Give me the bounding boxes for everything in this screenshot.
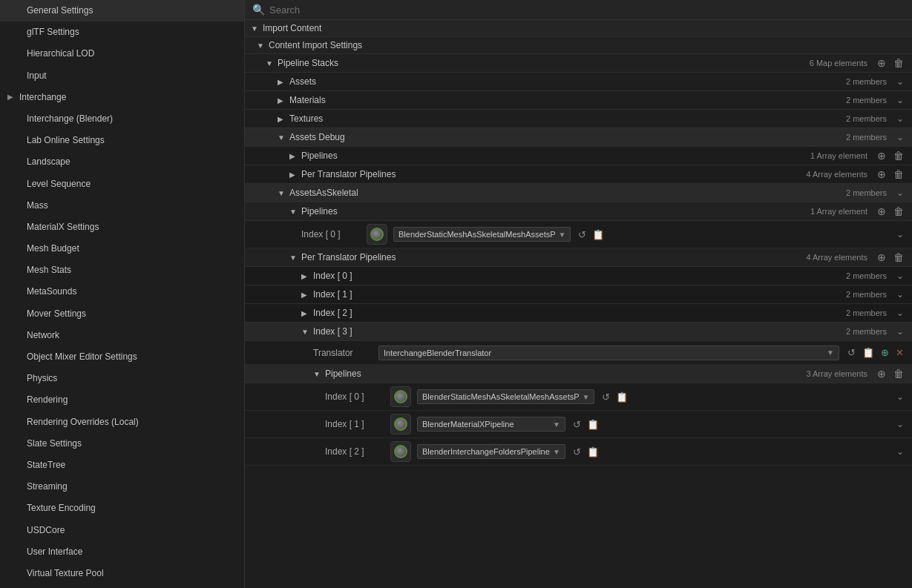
pipelines-3-header[interactable]: ▼ Pipelines 3 Array elements ⊕ 🗑 xyxy=(245,365,912,383)
expand-p3-1-button[interactable]: ⌄ xyxy=(894,418,906,430)
add-per-translator-2-button[interactable]: ⊕ xyxy=(875,251,888,263)
idx0-header[interactable]: ▶ Index [ 0 ] 2 members ⌄ xyxy=(245,267,912,285)
translator-add-button[interactable]: ⊕ xyxy=(879,346,891,360)
sidebar-item-object-mixer[interactable]: Object Mixer Editor Settings xyxy=(0,346,244,368)
sidebar-item-interchange-blender[interactable]: Interchange (Blender) xyxy=(0,108,244,130)
idx0-label: Index [ 0 ] xyxy=(313,271,843,281)
sidebar-item-physics[interactable]: Physics xyxy=(0,368,244,389)
pipeline-dropdown-0[interactable]: BlenderStaticMeshAsSkeletalMeshAssetsP ▼ xyxy=(393,227,571,242)
delete-pipeline-1-button[interactable]: 🗑 xyxy=(891,150,906,162)
idx3-expand-button[interactable]: ⌄ xyxy=(894,326,906,337)
add-per-translator-1-button[interactable]: ⊕ xyxy=(875,168,888,180)
pipeline-stacks-header[interactable]: ▼ Pipeline Stacks 6 Map elements ⊕ 🗑 xyxy=(245,54,912,73)
pipelines-2-header[interactable]: ▼ Pipelines 1 Array element ⊕ 🗑 xyxy=(245,202,912,221)
delete-per-translator-1-button[interactable]: 🗑 xyxy=(891,168,906,180)
sidebar-item-slate-settings[interactable]: Slate Settings xyxy=(0,433,244,455)
idx1-meta: 2 members xyxy=(846,290,887,299)
translator-reset-button[interactable]: ↺ xyxy=(845,346,858,360)
pipeline-dropdown-p3-2[interactable]: BlenderInterchangeFoldersPipeline ▼ xyxy=(417,444,565,459)
delete-pipelines-2-button[interactable]: 🗑 xyxy=(891,205,906,217)
assets-header[interactable]: ▶ Assets 2 members ⌄ xyxy=(245,73,912,91)
assets-expand-button[interactable]: ⌄ xyxy=(894,76,906,87)
add-pipelines-2-button[interactable]: ⊕ xyxy=(875,205,888,217)
delete-pipeline-stack-button[interactable]: 🗑 xyxy=(891,57,906,69)
sidebar-item-rendering-overrides[interactable]: Rendering Overrides (Local) xyxy=(0,412,244,433)
content-import-settings-header[interactable]: ▼ Content Import Settings xyxy=(245,37,912,54)
pipeline-stacks-label: Pipeline Stacks xyxy=(278,58,807,68)
import-content-header[interactable]: ▼ Import Content xyxy=(245,20,912,37)
copy-button-p3-2[interactable]: 📋 xyxy=(585,446,600,458)
add-pipeline-stack-button[interactable]: ⊕ xyxy=(875,57,888,69)
reset-button-p3-2[interactable]: ↺ xyxy=(571,446,583,458)
sidebar-item-network[interactable]: Network xyxy=(0,325,244,346)
sidebar-label: Lab Online Settings xyxy=(27,133,105,148)
textures-expand-button[interactable]: ⌄ xyxy=(894,113,906,125)
translator-remove-button[interactable]: ✕ xyxy=(893,346,906,360)
sidebar-item-world-partition[interactable]: World Partition xyxy=(0,584,244,588)
expand-pipeline-0-button[interactable]: ⌄ xyxy=(894,228,906,240)
add-pipeline-1-button[interactable]: ⊕ xyxy=(875,150,888,162)
delete-per-translator-2-button[interactable]: 🗑 xyxy=(891,251,906,263)
pipeline-index0-item: Index [ 0 ] BlenderStaticMeshAsSkeletalM… xyxy=(245,221,912,248)
sidebar-item-hierarchical-lod[interactable]: Hierarchical LOD xyxy=(0,43,244,65)
copy-button-0[interactable]: 📋 xyxy=(591,228,606,241)
reset-button-0[interactable]: ↺ xyxy=(577,228,588,241)
pipelines-1-actions: ⊕ 🗑 xyxy=(875,150,906,162)
assets-debug-expand-button[interactable]: ⌄ xyxy=(894,131,906,143)
expand-p3-2-button[interactable]: ⌄ xyxy=(894,446,906,457)
reset-button-p3-0[interactable]: ↺ xyxy=(600,391,611,403)
sidebar-item-gltf-settings[interactable]: glTF Settings xyxy=(0,22,244,43)
sidebar-item-materialx-settings[interactable]: MaterialX Settings xyxy=(0,217,244,238)
sidebar-label: Physics xyxy=(27,371,57,386)
sidebar-item-virtual-texture-pool[interactable]: Virtual Texture Pool xyxy=(0,563,244,584)
arrow-down-icon: ▼ xyxy=(278,133,286,142)
search-bar: 🔍 xyxy=(245,0,912,20)
pipeline-dropdown-p3-0[interactable]: BlenderStaticMeshAsSkeletalMeshAssetsP ▼ xyxy=(417,389,594,404)
sidebar-item-general-settings[interactable]: General Settings xyxy=(0,0,244,22)
translator-dropdown[interactable]: InterchangeBlenderTranslator ▼ xyxy=(378,346,839,360)
idx1-header[interactable]: ▶ Index [ 1 ] 2 members ⌄ xyxy=(245,285,912,304)
assets-debug-header[interactable]: ▼ Assets Debug 2 members ⌄ xyxy=(245,128,912,147)
copy-button-p3-1[interactable]: 📋 xyxy=(585,418,600,431)
idx1-expand-button[interactable]: ⌄ xyxy=(894,288,906,300)
sidebar-item-level-sequence[interactable]: Level Sequence xyxy=(0,174,244,195)
sidebar-item-mesh-budget[interactable]: Mesh Budget xyxy=(0,238,244,260)
textures-header[interactable]: ▶ Textures 2 members ⌄ xyxy=(245,110,912,128)
copy-button-p3-0[interactable]: 📋 xyxy=(614,391,629,403)
sidebar-item-user-interface[interactable]: User Interface xyxy=(0,541,244,563)
per-translator-1-header[interactable]: ▶ Per Translator Pipelines 4 Array eleme… xyxy=(245,165,912,184)
sidebar-item-rendering[interactable]: Rendering xyxy=(0,389,244,411)
sidebar-item-mass[interactable]: Mass xyxy=(0,195,244,217)
delete-pipelines-3-button[interactable]: 🗑 xyxy=(891,368,906,380)
sidebar-item-mover-settings[interactable]: Mover Settings xyxy=(0,303,244,325)
sidebar-item-landscape[interactable]: Landscape xyxy=(0,151,244,173)
expand-p3-0-button[interactable]: ⌄ xyxy=(894,391,906,403)
reset-button-p3-1[interactable]: ↺ xyxy=(571,418,583,431)
materials-header[interactable]: ▶ Materials 2 members ⌄ xyxy=(245,91,912,110)
per-translator-1-label: Per Translator Pipelines xyxy=(301,169,803,179)
pipelines-2-actions: ⊕ 🗑 xyxy=(875,205,906,217)
sidebar-item-interchange[interactable]: ▶ Interchange xyxy=(0,87,244,108)
sidebar-item-metasounds[interactable]: MetaSounds xyxy=(0,281,244,303)
sidebar-item-texture-encoding[interactable]: Texture Encoding xyxy=(0,498,244,519)
sidebar-item-mesh-stats[interactable]: Mesh Stats xyxy=(0,260,244,281)
sidebar-item-statetree[interactable]: StateTree xyxy=(0,455,244,476)
main-panel: 🔍 ▼ Import Content ▼ Content Import Sett… xyxy=(245,0,912,588)
sidebar-item-input[interactable]: Input xyxy=(0,65,244,87)
assets-as-skeletal-header[interactable]: ▼ AssetsAsSkeletal 2 members ⌄ xyxy=(245,184,912,202)
sidebar-item-lab-online-settings[interactable]: Lab Online Settings xyxy=(0,130,244,151)
sidebar-item-streaming[interactable]: Streaming xyxy=(0,476,244,498)
per-translator-2-header[interactable]: ▼ Per Translator Pipelines 4 Array eleme… xyxy=(245,248,912,267)
sidebar-item-usdcore[interactable]: USDCore xyxy=(0,520,244,541)
idx2-expand-button[interactable]: ⌄ xyxy=(894,307,906,319)
add-pipelines-3-button[interactable]: ⊕ xyxy=(875,368,888,380)
translator-copy-button[interactable]: 📋 xyxy=(860,346,876,360)
search-input[interactable] xyxy=(269,4,905,16)
pipeline-dropdown-p3-1[interactable]: BlenderMaterialXPipeline ▼ xyxy=(417,417,565,432)
assets-as-skeletal-expand-button[interactable]: ⌄ xyxy=(894,187,906,199)
idx0-expand-button[interactable]: ⌄ xyxy=(894,270,906,282)
idx3-header[interactable]: ▼ Index [ 3 ] 2 members ⌄ xyxy=(245,323,912,341)
pipelines-1-header[interactable]: ▶ Pipelines 1 Array element ⊕ 🗑 xyxy=(245,147,912,165)
materials-expand-button[interactable]: ⌄ xyxy=(894,94,906,106)
idx2-header[interactable]: ▶ Index [ 2 ] 2 members ⌄ xyxy=(245,304,912,323)
